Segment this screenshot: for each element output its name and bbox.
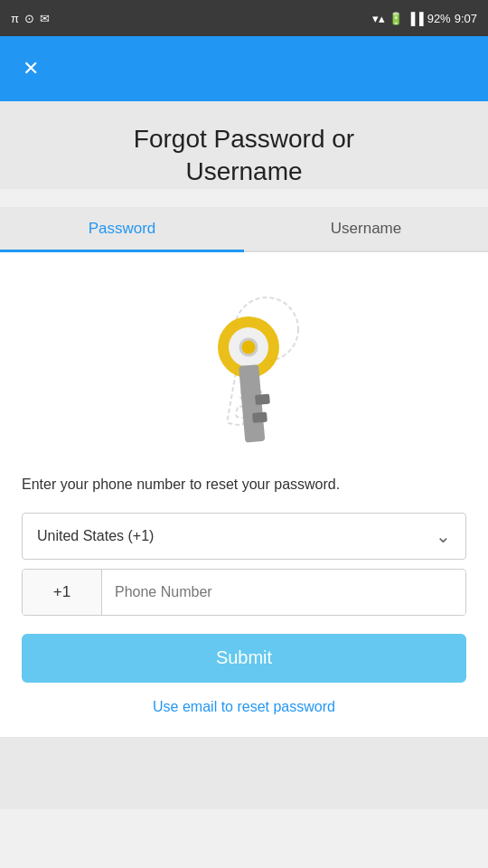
country-code: +1 — [23, 570, 102, 615]
svg-rect-8 — [255, 393, 270, 404]
country-select[interactable]: United States (+1) ⌄ — [22, 513, 466, 560]
app-icon-pi: π — [11, 12, 19, 25]
battery-level: 92% — [427, 12, 451, 25]
clock: 9:07 — [455, 12, 477, 25]
svg-rect-9 — [252, 411, 267, 422]
tab-username[interactable]: Username — [244, 207, 488, 250]
title-section: Forgot Password orUsername — [0, 101, 488, 189]
close-icon: ✕ — [23, 57, 39, 80]
battery-charging-icon: 🔋 — [389, 12, 403, 25]
description-text: Enter your phone number to reset your pa… — [22, 476, 466, 493]
page-title: Forgot Password orUsername — [18, 123, 470, 189]
status-left-icons: π ⊙ ✉ — [11, 12, 50, 25]
app-icon-circle: ⊙ — [24, 12, 34, 25]
top-bar: ✕ — [0, 36, 488, 101]
app-icon-mail: ✉ — [40, 12, 50, 25]
main-content: Enter your phone number to reset your pa… — [0, 252, 488, 737]
tab-password-label: Password — [89, 220, 156, 237]
status-right-info: ▾▴ 🔋 ▐▐ 92% 9:07 — [372, 12, 477, 25]
email-reset-link[interactable]: Use email to reset password — [22, 699, 466, 715]
submit-button[interactable]: Submit — [22, 634, 466, 683]
phone-input-row: +1 — [22, 569, 466, 616]
key-icon — [154, 279, 334, 451]
key-illustration — [22, 279, 466, 451]
tab-bar: Password Username — [0, 207, 488, 252]
country-select-value: United States (+1) — [37, 528, 154, 544]
phone-number-input[interactable] — [102, 570, 465, 615]
status-bar: π ⊙ ✉ ▾▴ 🔋 ▐▐ 92% 9:07 — [0, 0, 488, 36]
tab-username-label: Username — [331, 220, 401, 237]
bottom-area — [0, 737, 488, 809]
tab-password[interactable]: Password — [0, 207, 244, 250]
close-button[interactable]: ✕ — [14, 52, 47, 85]
signal-icon: ▐▐ — [407, 12, 423, 25]
wifi-icon: ▾▴ — [372, 12, 385, 25]
chevron-down-icon: ⌄ — [436, 525, 451, 547]
